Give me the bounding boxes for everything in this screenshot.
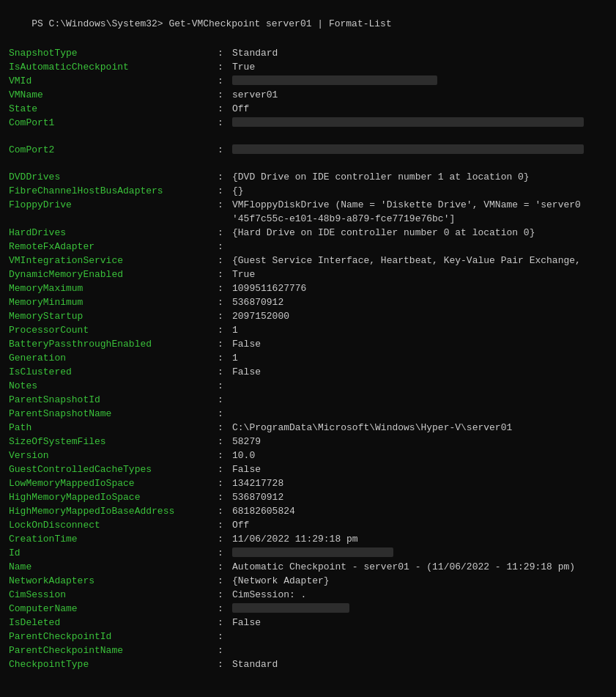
entry-value — [232, 631, 607, 644]
entry-key: ProcessorCount — [9, 325, 218, 338]
entries-container: SnapshotType : StandardIsAutomaticCheckp… — [9, 48, 607, 672]
entry-separator: : — [218, 492, 232, 505]
entry-key: ParentCheckpointId — [9, 631, 218, 644]
entry-row-40: ComputerName : — [9, 603, 607, 616]
entry-value: 1 — [232, 353, 607, 366]
entry-value: False — [232, 366, 607, 380]
entry-separator: : — [218, 659, 232, 672]
entry-row-15: VMIntegrationService : {Guest Service In… — [9, 255, 607, 268]
entry-row-18: MemoryMinimum : 536870912 — [9, 297, 607, 310]
entry-key: State — [9, 103, 218, 117]
entry-value: 11/06/2022 11:29:18 pm — [232, 534, 607, 547]
entry-row-21: BatteryPassthroughEnabled : False — [9, 339, 607, 352]
entry-separator: : — [218, 603, 232, 616]
empty-line — [9, 131, 607, 144]
entry-value: True — [232, 269, 607, 282]
entry-key: Name — [9, 561, 218, 575]
entry-key: Generation — [9, 353, 218, 366]
entry-row-39: CimSession : CimSession: . — [9, 589, 607, 602]
entry-value — [232, 645, 607, 658]
entry-row-19: MemoryStartup : 2097152000 — [9, 311, 607, 324]
entry-value: 134217728 — [232, 478, 607, 491]
entry-row-17: MemoryMaximum : 1099511627776 — [9, 283, 607, 296]
entry-value — [232, 144, 607, 158]
entry-row-36: Id : — [9, 547, 607, 561]
entry-row-7: ComPort2 : — [9, 144, 607, 158]
entry-row-9: DVDDrives : {DVD Drive on IDE controller… — [9, 172, 607, 185]
entry-key: ParentSnapshotName — [9, 408, 218, 421]
entry-separator: : — [218, 89, 232, 103]
entry-separator: : — [218, 617, 232, 630]
entry-key: HardDrives — [9, 227, 218, 240]
entry-key: HighMemoryMappedIoSpace — [9, 492, 218, 505]
entry-value: VMFloppyDiskDrive (Name = 'Diskette Driv… — [232, 199, 607, 213]
entry-key: CheckpointType — [9, 659, 218, 672]
entry-separator: : — [218, 561, 232, 575]
entry-row-43: ParentCheckpointName : — [9, 645, 607, 658]
entry-separator: : — [218, 394, 232, 407]
entry-row-16: DynamicMemoryEnabled : True — [9, 269, 607, 282]
entry-separator: : — [218, 297, 232, 310]
entry-value: Standard — [232, 659, 607, 672]
entry-separator: : — [218, 269, 232, 282]
entry-row-44: CheckpointType : Standard — [9, 659, 607, 672]
prompt-ps: PS C:\Windows\System32> Get-VMCheckpoint… — [31, 18, 391, 29]
entry-separator: : — [218, 380, 232, 394]
entry-row-32: HighMemoryMappedIoSpace : 536870912 — [9, 492, 607, 505]
entry-value: {Hard Drive on IDE controller number 0 a… — [232, 227, 607, 240]
entry-row-29: Version : 10.0 — [9, 450, 607, 463]
entry-key: DynamicMemoryEnabled — [9, 269, 218, 282]
entry-value: Standard — [232, 48, 607, 61]
entry-row-13: HardDrives : {Hard Drive on IDE controll… — [9, 227, 607, 240]
entry-key: MemoryStartup — [9, 311, 218, 324]
entry-value: Off — [232, 103, 607, 117]
entry-row-2: VMId : — [9, 75, 607, 89]
entry-key: LowMemoryMappedIoSpace — [9, 478, 218, 491]
entry-key: BatteryPassthroughEnabled — [9, 339, 218, 352]
entry-separator: : — [218, 62, 232, 75]
entry-value: '45f7c55c-e101-48b9-a879-fce7719e76bc'] — [232, 213, 607, 226]
entry-separator: : — [218, 325, 232, 338]
entry-value: 68182605824 — [232, 506, 607, 519]
terminal-window: PS C:\Windows\System32> Get-VMCheckpoint… — [9, 7, 607, 672]
entry-separator: : — [218, 103, 232, 117]
entry-separator: : — [218, 422, 232, 435]
entry-row-4: State : Off — [9, 103, 607, 117]
empty-line — [9, 158, 607, 172]
entry-value: 1 — [232, 325, 607, 338]
entry-value — [232, 603, 607, 616]
entry-row-38: NetworkAdapters : {Network Adapter} — [9, 575, 607, 589]
entry-row-30: GuestControlledCacheTypes : False — [9, 464, 607, 477]
entry-separator: : — [218, 172, 232, 185]
entry-key: CreationTime — [9, 534, 218, 547]
entry-value: True — [232, 62, 607, 75]
entry-key: SnapshotType — [9, 48, 218, 61]
entry-value: CimSession: . — [232, 589, 607, 602]
entry-key: IsAutomaticCheckpoint — [9, 62, 218, 75]
entry-value: False — [232, 339, 607, 352]
entry-row-23: IsClustered : False — [9, 366, 607, 380]
entry-separator: : — [218, 534, 232, 547]
entry-row-14: RemoteFxAdapter : — [9, 241, 607, 254]
entry-separator: : — [218, 464, 232, 477]
entry-separator: : — [218, 255, 232, 268]
entry-separator: : — [218, 144, 232, 158]
entry-value: 2097152000 — [232, 311, 607, 324]
entry-key: VMIntegrationService — [9, 255, 218, 268]
entry-key: VMId — [9, 75, 218, 89]
prompt-line: PS C:\Windows\System32> Get-VMCheckpoint… — [9, 7, 607, 40]
entry-separator: : — [218, 450, 232, 463]
entry-separator: : — [218, 311, 232, 324]
entry-row-27: Path : C:\ProgramData\Microsoft\Windows\… — [9, 422, 607, 435]
entry-separator: : — [218, 631, 232, 644]
entry-value: server01 — [232, 89, 607, 103]
entry-row-10: FibreChannelHostBusAdapters : {} — [9, 185, 607, 199]
entry-separator: : — [218, 353, 232, 366]
entry-key: VMName — [9, 89, 218, 103]
entry-key: ComPort1 — [9, 117, 218, 130]
entry-value — [232, 547, 607, 561]
entry-value: {DVD Drive on IDE controller number 1 at… — [232, 172, 607, 185]
entry-value: {Network Adapter} — [232, 575, 607, 589]
entry-value — [232, 75, 607, 89]
entry-value: 1099511627776 — [232, 283, 607, 296]
